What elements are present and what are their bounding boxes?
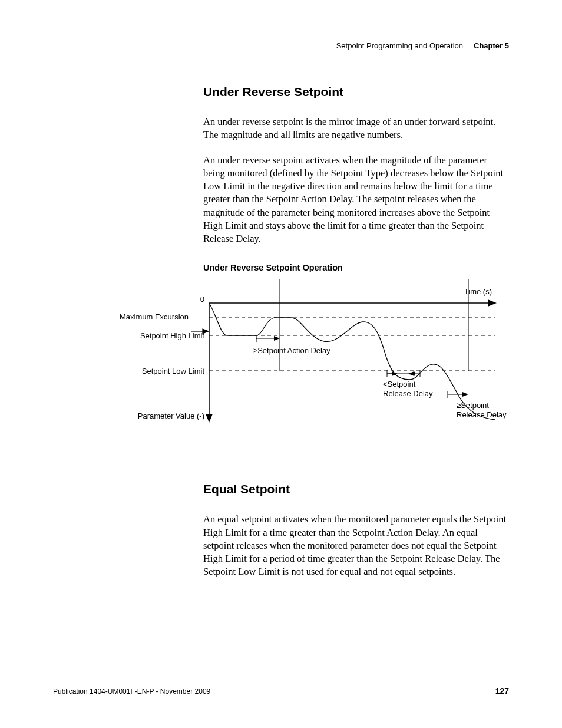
svg-text:Release Delay: Release Delay [457, 410, 507, 419]
svg-text:Release Delay: Release Delay [383, 389, 433, 398]
svg-text:≥Setpoint Action Delay: ≥Setpoint Action Delay [253, 346, 330, 355]
para-under-reverse-2: An under reverse setpoint activates when… [203, 154, 509, 246]
svg-text:Time (s): Time (s) [464, 287, 492, 296]
label-ge-release-2: Release Delay [457, 410, 507, 419]
svg-text:Setpoint Low Limit: Setpoint Low Limit [142, 367, 205, 375]
para-equal-setpoint: An equal setpoint activates when the mon… [203, 513, 509, 578]
label-zero: 0 [200, 295, 204, 304]
footer-publication: Publication 1404-UM001F-EN-P - November … [53, 687, 210, 696]
svg-text:Setpoint High Limit: Setpoint High Limit [140, 331, 204, 340]
figure-caption: Under Reverse Setpoint Operation [203, 263, 509, 272]
label-ge-release-1: ≥Setpoint [457, 401, 489, 410]
svg-text:<Setpoint: <Setpoint [383, 380, 416, 388]
label-lt-release-2: Release Delay [383, 389, 433, 398]
svg-text:≥Setpoint: ≥Setpoint [457, 401, 489, 410]
header-chapter: Chapter 5 [474, 41, 509, 50]
label-action-delay: ≥Setpoint Action Delay [253, 346, 330, 355]
label-parameter-value: Parameter Value (-) [138, 411, 204, 420]
footer-page-number: 127 [495, 686, 509, 696]
para-under-reverse-1: An under reverse setpoint is the mirror … [203, 116, 509, 142]
label-lt-release-1: <Setpoint [383, 380, 416, 388]
section-heading-equal-setpoint: Equal Setpoint [203, 482, 509, 496]
diagram-under-reverse: Setpoint Activated Setpoint Deactivated … [56, 279, 515, 441]
label-time: Time (s) [464, 287, 492, 296]
page-header: Setpoint Programming and Operation Chapt… [53, 41, 509, 55]
svg-text:0: 0 [200, 295, 204, 304]
label-high-limit: Setpoint High Limit [140, 331, 204, 340]
label-low-limit: Setpoint Low Limit [142, 367, 205, 375]
header-section-title: Setpoint Programming and Operation [336, 41, 463, 50]
svg-text:Maximum Excursion: Maximum Excursion [120, 312, 189, 321]
page-footer: Publication 1404-UM001F-EN-P - November … [53, 686, 509, 696]
svg-text:Parameter Value (-): Parameter Value (-) [138, 411, 204, 420]
section-heading-under-reverse: Under Reverse Setpoint [203, 85, 509, 99]
label-max-excursion: Maximum Excursion [120, 312, 189, 321]
